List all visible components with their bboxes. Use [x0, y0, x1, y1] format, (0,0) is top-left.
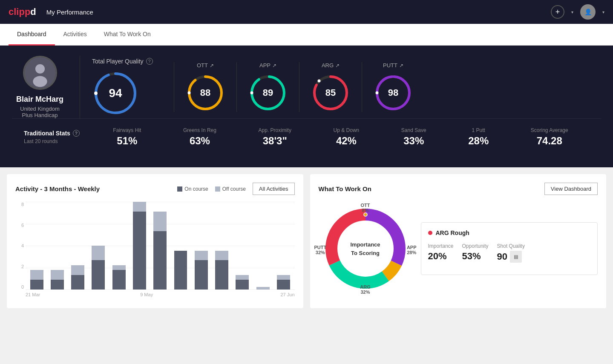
info-card: ARG Rough Importance 20% Opportunity 53%…	[421, 222, 598, 275]
bar-off-course	[215, 251, 228, 261]
donut-center: Importance To Scoring	[350, 241, 380, 257]
bar-off-course	[30, 270, 43, 280]
traditional-stats: Traditional Stats ? Last 20 rounds Fairw…	[12, 118, 601, 155]
tab-what-to-work-on[interactable]: What To Work On	[95, 24, 159, 46]
bar	[51, 270, 64, 289]
x-label-mar: 21 Mar	[26, 292, 40, 297]
bar	[92, 246, 105, 289]
header: clippd My Performance + ▾ 👤 ▾	[0, 0, 613, 24]
putt-arrow: ↗	[399, 63, 403, 69]
bar-on-course	[236, 280, 249, 289]
stat-scoring: Scoring Average 74.28	[531, 127, 568, 147]
bar-off-course	[112, 265, 126, 270]
svg-point-24	[364, 213, 367, 216]
app-label: APP 28%	[407, 245, 417, 255]
bar-on-course	[215, 260, 228, 289]
ott-label: OTT 8%	[361, 203, 370, 213]
tab-activities[interactable]: Activities	[55, 24, 95, 46]
bar-group	[233, 202, 252, 289]
bar	[256, 284, 270, 289]
svg-point-1	[35, 64, 44, 74]
bar-group	[171, 202, 190, 289]
bar-on-course	[277, 280, 290, 289]
player-info: Blair McHarg United Kingdom Plus Handica…	[12, 56, 80, 118]
red-dot-icon	[428, 231, 432, 235]
trad-stats-values: Fairways Hit 51% Greens In Reg 63% App. …	[92, 127, 589, 147]
wtwo-panel: What To Work On View Dashboard	[310, 174, 607, 308]
on-course-color	[177, 186, 182, 192]
app-value: 89	[263, 87, 273, 98]
avatar-button[interactable]: 👤	[580, 4, 596, 20]
arg-circle: 85	[311, 74, 350, 112]
add-button[interactable]: +	[551, 5, 564, 19]
opportunity-col: Opportunity 53%	[462, 243, 489, 263]
svg-point-2	[33, 76, 47, 87]
putt-value: 98	[388, 87, 398, 98]
nav-tabs: Dashboard Activities What To Work On	[0, 24, 613, 46]
total-quality: Total Player Quality ? 94	[92, 58, 160, 117]
bar	[71, 265, 84, 289]
bar-off-course	[92, 246, 105, 260]
bar	[277, 275, 290, 289]
bar	[112, 265, 126, 289]
add-dropdown-arrow: ▾	[571, 10, 573, 14]
y-label-4: 4	[21, 243, 24, 248]
bar-off-course	[195, 251, 208, 261]
all-activities-button[interactable]: All Activities	[253, 183, 295, 195]
bar	[236, 275, 249, 289]
bar-group	[27, 202, 46, 289]
avatar-initials: 👤	[584, 9, 592, 15]
wtwo-title: What To Work On	[319, 185, 371, 192]
bar-group	[130, 202, 149, 289]
tab-dashboard[interactable]: Dashboard	[9, 24, 55, 46]
bar	[215, 251, 228, 289]
bar-on-course	[195, 260, 208, 289]
total-score-value: 94	[109, 86, 122, 100]
bar-group	[253, 202, 272, 289]
score-putt: PUTT ↗ 98	[362, 62, 424, 112]
bar-off-course	[153, 212, 167, 231]
putt-circle: 98	[374, 74, 412, 112]
trad-info-icon: ?	[73, 130, 80, 137]
bar	[174, 251, 187, 289]
stat-proximity: App. Proximity 38'3"	[259, 127, 291, 147]
bar-off-course	[133, 202, 146, 212]
bar-on-course	[71, 275, 84, 289]
logo: clippd	[9, 6, 36, 17]
wtwo-content: Importance To Scoring OTT 8% APP 28% ARG…	[319, 202, 598, 295]
info-icon: ?	[146, 58, 153, 65]
bar-on-course	[92, 260, 105, 289]
bottom-panels: Activity - 3 Months - Weekly On course O…	[0, 167, 613, 315]
view-dashboard-button[interactable]: View Dashboard	[544, 183, 598, 195]
bar-group	[48, 202, 66, 289]
avatar-dropdown-arrow: ▾	[602, 10, 604, 14]
bar	[133, 202, 146, 289]
stat-sandsave: Sand Save 33%	[401, 127, 426, 147]
header-title: My Performance	[46, 9, 93, 16]
bar-on-course	[51, 280, 64, 289]
bar-group	[151, 202, 170, 289]
bar-group	[212, 202, 231, 289]
quality-scores: Total Player Quality ? 94	[80, 56, 601, 118]
score-app: APP ↗ 89	[236, 62, 299, 112]
player-country: United Kingdom	[20, 106, 60, 112]
bar-group	[69, 202, 87, 289]
y-label-8: 8	[21, 202, 24, 207]
total-score-circle: 94	[92, 70, 139, 117]
score-ott: OTT ↗ 88	[174, 62, 236, 112]
activity-panel: Activity - 3 Months - Weekly On course O…	[7, 174, 303, 308]
bar-group	[192, 202, 210, 289]
app-arrow: ↗	[272, 63, 276, 69]
player-handicap: Plus Handicap	[22, 112, 58, 118]
bar	[153, 212, 167, 289]
donut-chart: Importance To Scoring OTT 8% APP 28% ARG…	[319, 202, 412, 295]
stat-gir: Greens In Reg 63%	[183, 127, 216, 147]
trad-stats-subtitle: Last 20 rounds	[24, 138, 80, 144]
ott-circle: 88	[186, 74, 224, 112]
activity-title: Activity - 3 Months - Weekly	[15, 185, 100, 192]
player-section: Blair McHarg United Kingdom Plus Handica…	[12, 56, 601, 118]
stat-fairways: Fairways Hit 51%	[113, 127, 141, 147]
x-label-jun: 27 Jun	[280, 292, 294, 297]
header-left: clippd My Performance	[9, 6, 93, 17]
activity-header: Activity - 3 Months - Weekly On course O…	[15, 183, 295, 195]
